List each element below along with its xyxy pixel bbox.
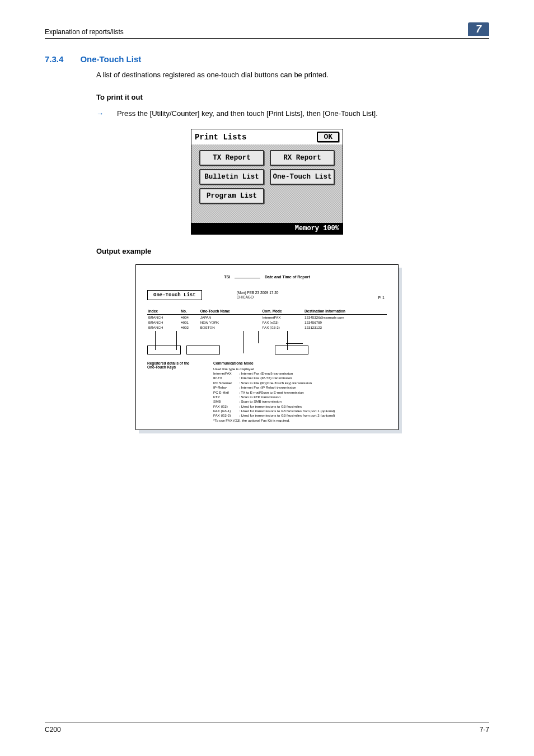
report-note: *To use FAX (G3), the optional Fax Kit i… [213, 418, 335, 423]
one-touch-list-button[interactable]: One-Touch List [270, 169, 335, 185]
report-sheet: TSI Date and Time of Report One-Touch Li… [135, 264, 399, 430]
cell: #001 [180, 320, 199, 325]
cell: NEW YORK [199, 320, 261, 325]
cell: BOSTON [199, 325, 261, 330]
lcd-panel: Print Lists OK TX Report RX Report Bulle… [191, 129, 343, 235]
bulletin-list-button[interactable]: Bulletin List [199, 169, 264, 185]
tx-report-button[interactable]: TX Report [199, 150, 264, 166]
ok-button[interactable]: OK [317, 132, 339, 142]
one-touch-table: Index No. One-Touch Name Com. Mode Desti… [147, 309, 387, 330]
mode-desc: : Used for transmissions to G3 facsimile… [239, 409, 335, 413]
cell: #004 [180, 315, 199, 320]
cell: JAPAN [199, 315, 261, 320]
chapter-badge: 7 [468, 22, 489, 36]
section-number: 7.3.4 [45, 54, 63, 64]
cell: 12345326@example.com [303, 315, 387, 320]
mode-key: IP-TX [213, 376, 239, 380]
rx-report-button[interactable]: RX Report [270, 150, 335, 166]
mode-desc: : Scan to FTP transmission [239, 395, 280, 399]
mode-desc: : Internet Fax (IP-TX) transmission [239, 376, 292, 380]
mode-key: PC E-Mail [213, 390, 239, 395]
mode-key: FAX (G3-2) [213, 413, 239, 418]
mode-key: SMB [213, 399, 239, 404]
arrow-icon: → [96, 108, 104, 119]
report-page: P. 1 [378, 296, 385, 300]
cell: InternetFAX [261, 315, 304, 320]
report-title: One-Touch List [147, 290, 202, 300]
tsi-label: TSI [224, 275, 230, 279]
cell: 123456789 [303, 320, 387, 325]
to-print-heading: To print it out [96, 93, 489, 101]
cell: FAX (sG3) [261, 320, 304, 325]
tsi-datetime-label: Date and Time of Report [265, 275, 310, 279]
mode-desc: : Used for transmissions to G3 facsimile… [239, 404, 302, 408]
footer-left: C200 [45, 726, 61, 734]
cell: 123123123 [303, 325, 387, 330]
header-title: Explanation of reports/lists [45, 28, 124, 36]
mode-key: IP-Relay [213, 385, 239, 390]
comm-mode-head: Communications Mode [213, 361, 335, 366]
col-dest: Destination Information [303, 309, 387, 315]
program-list-button[interactable]: Program List [199, 188, 264, 204]
lcd-title: Print Lists [195, 133, 246, 142]
cell: BRANCH [147, 325, 180, 330]
mode-desc: : Scan to SMB transmission [239, 399, 282, 403]
cell: FAX (G3-2) [261, 325, 304, 330]
table-row: BRANCH #002 BOSTON FAX (G3-2) 123123123 [147, 325, 387, 330]
mode-key: FAX (G3) [213, 404, 239, 409]
output-example-heading: Output example [96, 247, 489, 255]
footer-right: 7-7 [480, 726, 489, 734]
section-intro: A list of destinations registered as one… [96, 69, 489, 81]
details-left-1: Registered details of the [147, 361, 213, 365]
details-left-2: One-Touch Keys [147, 365, 213, 369]
mode-key: FTP [213, 395, 239, 399]
comm-mode-list: InternetFAX: Internet Fax (E-mail) trans… [213, 371, 335, 418]
report-own-name: CHICAGO [237, 295, 279, 300]
table-row: BRANCH #001 NEW YORK FAX (sG3) 123456789 [147, 320, 387, 325]
table-row: BRANCH #004 JAPAN InternetFAX 12345326@e… [147, 315, 387, 320]
col-no: No. [180, 309, 199, 315]
section-title: One-Touch List [80, 54, 141, 64]
cell: BRANCH [147, 315, 180, 320]
col-index: Index [147, 309, 180, 315]
comm-mode-sub: Used line type is displayed [213, 367, 335, 371]
col-mode: Com. Mode [261, 309, 304, 315]
report-date: (Mon) FEB 23 2009 17:20 [237, 291, 279, 295]
report-annotations [147, 331, 387, 359]
mode-desc: : Internet Fax (E-mail) transmission [239, 371, 293, 375]
mode-desc: : Scan to File (IP)(One-Touch key) trans… [239, 381, 312, 385]
memory-indicator: Memory 100% [191, 223, 343, 234]
mode-key: InternetFAX [213, 371, 239, 376]
mode-key: FAX (G3-1) [213, 409, 239, 413]
mode-desc: : Used for transmissions to G3 facsimile… [239, 413, 335, 417]
col-name: One-Touch Name [199, 309, 261, 315]
mode-key: PC Scanner [213, 381, 239, 385]
instruction-text: Press the [Utility/Counter] key, and the… [117, 108, 378, 119]
cell: BRANCH [147, 320, 180, 325]
cell: #002 [180, 325, 199, 330]
mode-desc: : TX to E-mail/Scan to E-mail transmissi… [239, 390, 304, 394]
mode-desc: : Internet Fax (IP Relay) transmission [239, 385, 296, 389]
